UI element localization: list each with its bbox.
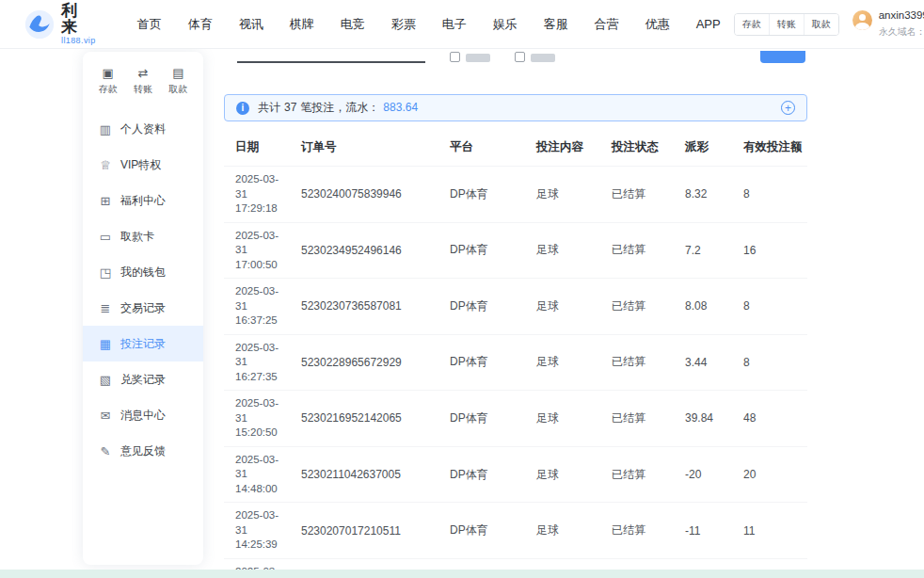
ledger-icon: ≣	[99, 302, 112, 314]
sidebar-item-profile[interactable]: ▥ 个人资料	[83, 111, 203, 147]
withdraw-icon: ▤	[172, 67, 183, 79]
cell-valid-bet: 20	[738, 446, 807, 503]
info-icon: i	[236, 102, 249, 115]
quick-withdraw[interactable]: ▤ 取款	[168, 67, 187, 96]
filter-bar-clipped	[224, 51, 807, 63]
table-row: 2025-03-31 14:25:39 5230207017210511 DP体…	[224, 503, 807, 559]
cell-payout: 8.08	[679, 279, 738, 335]
nav-item-slots[interactable]: 电子	[429, 0, 480, 48]
main-nav: 首页体育视讯棋牌电竞彩票电子娱乐客服合营优惠APP	[124, 0, 734, 48]
cell-order-number: 5230207017210511	[295, 503, 444, 559]
brand-name: 利来	[61, 3, 96, 35]
bank-card-icon: ▭	[99, 231, 112, 243]
cell-valid-bet: 48	[738, 391, 807, 447]
sidebar-item-vip[interactable]: ♕ VIP特权	[83, 147, 203, 183]
cell-platform: DP体育	[444, 279, 531, 335]
cell-order-number: 5230216952142065	[295, 391, 444, 447]
sidebar-item-bet-records[interactable]: ▦ 投注记录	[83, 326, 203, 361]
user-block: anxin3399 总资产：1363.49元 永久域名：ll188.vip | …	[852, 9, 924, 39]
filter-search-button[interactable]	[760, 51, 805, 63]
cell-payout: -11	[679, 503, 738, 559]
cell-bet-content: 足球	[531, 334, 606, 391]
filter-option-icon	[515, 52, 525, 62]
nav-item-live-casino[interactable]: 视讯	[226, 0, 277, 48]
quick-deposit[interactable]: ▣ 存款	[99, 67, 118, 96]
sidebar-item-wallet[interactable]: ◳ 我的钱包	[83, 254, 203, 290]
cell-bet-status: 已结算	[606, 503, 679, 559]
cell-bet-status: 已结算	[606, 446, 679, 503]
table-header-row: 日期订单号平台投注内容投注状态派彩有效投注额	[224, 127, 807, 167]
summary-bar: i 共计 37 笔投注，流水： 883.64 +	[224, 94, 807, 121]
cell-platform: DP体育	[444, 222, 531, 279]
header-deposit-button[interactable]: 存款	[735, 14, 769, 35]
cell-bet-status: 已结算	[606, 167, 679, 223]
bet-count: 37	[284, 101, 296, 114]
sidebar-item-transaction-records[interactable]: ≣ 交易记录	[83, 290, 203, 326]
cell-payout: 8.32	[679, 167, 738, 223]
cell-order-number: 5230211042637005	[295, 446, 444, 503]
brand-domain: ll188.vip	[61, 37, 96, 45]
bet-records-icon: ▦	[99, 338, 112, 350]
column-header: 订单号	[295, 127, 444, 167]
cell-bet-status: 已结算	[606, 334, 679, 391]
nav-item-lottery[interactable]: 彩票	[378, 0, 429, 48]
cell-bet-status: 已结算	[606, 222, 679, 279]
quick-transfer[interactable]: ⇄ 转账	[134, 67, 152, 96]
bet-table-body: 2025-03-31 17:29:18 5230240075839946 DP体…	[224, 167, 807, 578]
gift-icon: ⊞	[99, 195, 112, 207]
cell-bet-content: 足球	[531, 446, 606, 503]
table-row: 2025-03-31 17:00:50 5230234952496146 DP体…	[224, 222, 807, 279]
top-header: 利来 ll188.vip 首页体育视讯棋牌电竞彩票电子娱乐客服合营优惠APP 存…	[0, 0, 924, 49]
table-row: 2025-03-31 14:48:00 5230211042637005 DP体…	[224, 446, 807, 503]
header-withdraw-button[interactable]: 取款	[804, 14, 838, 35]
username[interactable]: anxin3399	[879, 9, 924, 21]
cell-valid-bet: 11	[738, 503, 807, 559]
nav-item-promotions[interactable]: 优惠	[632, 0, 683, 48]
cell-payout: 7.2	[679, 222, 738, 279]
header-transfer-button[interactable]: 转账	[769, 14, 804, 35]
id-card-icon: ▥	[99, 123, 112, 136]
sidebar-item-message-center[interactable]: ✉ 消息中心	[83, 397, 203, 433]
filter-option-2[interactable]	[515, 51, 555, 63]
filter-date-input[interactable]	[237, 51, 425, 63]
sidebar-item-benefits[interactable]: ⊞ 福利中心	[83, 183, 203, 218]
cell-payout: -20	[679, 446, 738, 503]
nav-item-sports[interactable]: 体育	[175, 0, 226, 48]
nav-item-card-games[interactable]: 棋牌	[277, 0, 327, 48]
sidebar-item-withdraw-card[interactable]: ▭ 取款卡	[83, 218, 203, 254]
circle-plus-icon[interactable]: +	[781, 101, 795, 115]
sidebar: ▣ 存款 ⇄ 转账 ▤ 取款 ▥ 个人资料 ♕ VIP特权 ⊞	[83, 52, 203, 565]
cell-date: 2025-03-31 17:00:50	[224, 222, 295, 279]
cell-order-number: 5230234952496146	[295, 222, 444, 279]
sidebar-item-redeem-records[interactable]: ▧ 兑奖记录	[83, 361, 203, 397]
nav-item-customer-service[interactable]: 客服	[531, 0, 581, 48]
cell-order-number: 5230230736587081	[295, 279, 444, 335]
column-header: 投注内容	[531, 127, 606, 167]
footer-strip	[0, 570, 924, 578]
transfer-icon: ⇄	[138, 67, 149, 79]
cell-valid-bet: 16	[738, 222, 807, 279]
cell-order-number: 5230240075839946	[295, 167, 444, 223]
permanent-domain: 永久域名：ll188.vip | ll188...	[879, 25, 924, 39]
cell-bet-content: 足球	[531, 391, 606, 447]
filter-option-1[interactable]	[450, 51, 490, 63]
column-header: 有效投注额	[738, 127, 807, 167]
cell-platform: DP体育	[444, 334, 531, 391]
main-content: i 共计 37 笔投注，流水： 883.64 + 日期订单号平台投注内容投注状态…	[215, 49, 817, 572]
nav-item-entertainment[interactable]: 娱乐	[480, 0, 531, 48]
user-avatar[interactable]	[852, 10, 872, 30]
filter-option-icon	[450, 52, 460, 62]
feedback-icon: ✎	[99, 445, 112, 458]
cell-bet-content: 足球	[531, 503, 606, 559]
cell-valid-bet: 8	[738, 279, 807, 335]
nav-item-app[interactable]: APP	[683, 0, 734, 48]
nav-item-affiliate[interactable]: 合营	[581, 0, 632, 48]
sidebar-item-feedback[interactable]: ✎ 意见反馈	[83, 433, 203, 469]
nav-item-home[interactable]: 首页	[124, 0, 175, 48]
cell-platform: DP体育	[444, 446, 531, 503]
brand-logo[interactable]: 利来 ll188.vip	[24, 3, 96, 45]
nav-item-esports[interactable]: 电竞	[327, 0, 378, 48]
table-row: 2025-03-31 15:20:50 5230216952142065 DP体…	[224, 391, 807, 447]
cell-date: 2025-03-31 14:25:39	[224, 503, 295, 559]
cell-valid-bet: 8	[738, 167, 807, 223]
